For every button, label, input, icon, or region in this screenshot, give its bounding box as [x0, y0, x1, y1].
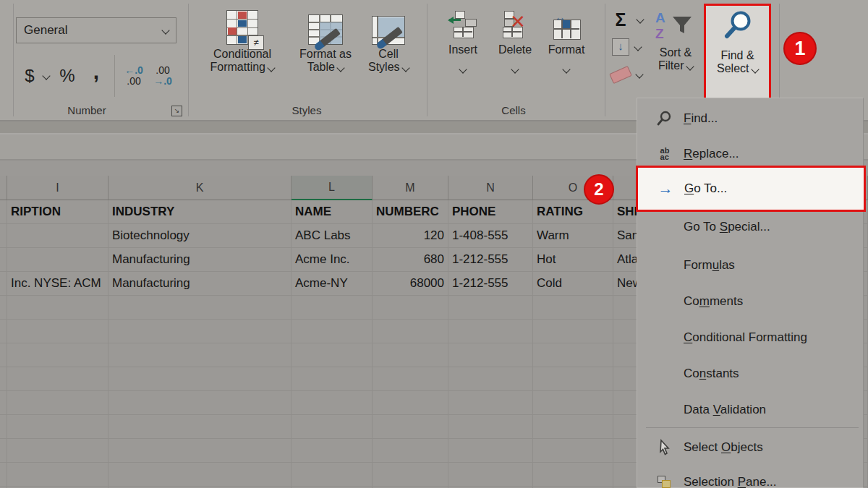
cell[interactable] [373, 343, 448, 367]
cell[interactable] [448, 320, 533, 343]
menu-item-replace[interactable]: abacReplace... [637, 142, 863, 166]
column-letter-K[interactable]: K [109, 176, 292, 200]
cell[interactable] [7, 296, 109, 320]
column-header-cell[interactable]: RIPTION [7, 200, 109, 224]
cell[interactable] [448, 463, 533, 487]
column-letter-N[interactable]: N [448, 176, 533, 200]
cell[interactable] [292, 367, 373, 391]
cell[interactable]: Manufacturing [109, 272, 292, 296]
cell[interactable] [7, 391, 109, 415]
cell[interactable] [7, 248, 109, 272]
cell[interactable] [0, 343, 7, 367]
format-as-table-button[interactable]: Format as Table [293, 4, 358, 97]
cell[interactable] [448, 343, 533, 367]
number-format-dropdown[interactable]: General [16, 17, 176, 43]
cell[interactable] [292, 296, 373, 320]
currency-format-button[interactable]: $ [19, 66, 41, 86]
cell[interactable] [373, 415, 448, 439]
cell[interactable] [533, 367, 613, 391]
cell[interactable]: 680 [373, 248, 448, 272]
cell[interactable] [7, 439, 109, 463]
cell[interactable] [292, 343, 373, 367]
menu-item-comments[interactable]: Comments [637, 289, 863, 314]
cell[interactable]: 1-408-555 [448, 224, 533, 248]
cell[interactable] [109, 296, 292, 320]
cell[interactable] [109, 439, 292, 463]
cell[interactable] [533, 415, 613, 439]
cell[interactable] [0, 320, 7, 343]
menu-item-find[interactable]: Find... [637, 106, 863, 131]
cell[interactable] [109, 391, 292, 415]
cell[interactable] [373, 320, 448, 343]
menu-item-go-to-special[interactable]: Go To Special... [637, 215, 863, 239]
cell[interactable] [448, 415, 533, 439]
autosum-button[interactable]: Σ [610, 6, 644, 33]
insert-button[interactable]: Insert [439, 7, 487, 75]
format-button[interactable]: ↔ Format [542, 7, 590, 75]
sort-filter-button[interactable]: AZ Sort & Filter [650, 6, 702, 72]
cell[interactable] [0, 367, 7, 391]
column-letter-I[interactable]: I [7, 176, 109, 200]
menu-item-go-to[interactable]: →Go To... [636, 166, 866, 212]
conditional-formatting-button[interactable]: ≠ Conditional Formatting [210, 4, 275, 97]
cell[interactable] [373, 463, 448, 487]
cell[interactable] [373, 391, 448, 415]
decrease-decimal-button[interactable]: .00 →.0 [148, 65, 177, 87]
cell-styles-button[interactable]: Cell Styles [356, 4, 421, 97]
menu-item-selection-pane[interactable]: Selection Pane... [637, 470, 863, 488]
column-header-cell[interactable]: INDUSTRY [109, 200, 292, 224]
cell[interactable] [448, 367, 533, 391]
cell[interactable]: Acme-NY [292, 272, 373, 296]
column-letter-L[interactable]: L [292, 176, 373, 200]
cell[interactable]: 68000 [373, 272, 448, 296]
cell[interactable] [533, 463, 613, 487]
cell[interactable] [109, 367, 292, 391]
cell[interactable] [0, 415, 7, 439]
cell[interactable] [7, 367, 109, 391]
cell[interactable] [0, 272, 7, 296]
menu-item-data-validation[interactable]: Data Validation [637, 398, 863, 422]
percent-format-button[interactable]: % [52, 66, 82, 86]
cell[interactable] [0, 439, 7, 463]
column-header-cell[interactable]: NUMBERC [373, 200, 448, 224]
cell[interactable] [109, 320, 292, 343]
cell[interactable] [373, 296, 448, 320]
number-dialog-launcher-icon[interactable]: ↘ [171, 106, 182, 116]
cell[interactable] [0, 463, 7, 487]
menu-item-constants[interactable]: Constants [637, 361, 863, 386]
cell[interactable] [533, 296, 613, 320]
cell[interactable] [7, 343, 109, 367]
cell[interactable]: ABC Labs [292, 224, 373, 248]
cell[interactable] [292, 391, 373, 415]
delete-button[interactable]: ✕ Delete [491, 7, 539, 75]
menu-item-select-objects[interactable]: Select Objects [637, 435, 863, 460]
cell[interactable]: 1-212-555 [448, 248, 533, 272]
cell[interactable] [7, 320, 109, 343]
column-letter-stub[interactable] [0, 176, 7, 200]
comma-format-button[interactable]: , [82, 59, 110, 84]
increase-decimal-button[interactable]: ←.0 .00 [119, 65, 148, 87]
clear-button[interactable] [610, 61, 644, 88]
cell[interactable] [533, 391, 613, 415]
fill-button[interactable]: ↓ [610, 33, 644, 61]
cell[interactable] [0, 248, 7, 272]
column-header-cell[interactable]: NAME [292, 200, 373, 224]
find-select-button[interactable]: Find & Select [704, 4, 771, 100]
cell[interactable] [7, 463, 109, 487]
cell[interactable] [533, 343, 613, 367]
cell[interactable]: Warm [533, 224, 613, 248]
menu-item-formulas[interactable]: Formulas [637, 253, 863, 278]
cell[interactable] [292, 463, 373, 487]
cell[interactable] [533, 320, 613, 343]
cell[interactable] [109, 463, 292, 487]
cell[interactable]: 1-212-555 [448, 272, 533, 296]
cell[interactable] [292, 439, 373, 463]
cell[interactable] [533, 439, 613, 463]
cell[interactable] [109, 343, 292, 367]
column-header-cell[interactable] [0, 200, 7, 224]
cell[interactable]: Cold [533, 272, 613, 296]
cell[interactable] [7, 415, 109, 439]
cell[interactable] [292, 320, 373, 343]
cell[interactable] [373, 439, 448, 463]
cell[interactable] [448, 391, 533, 415]
